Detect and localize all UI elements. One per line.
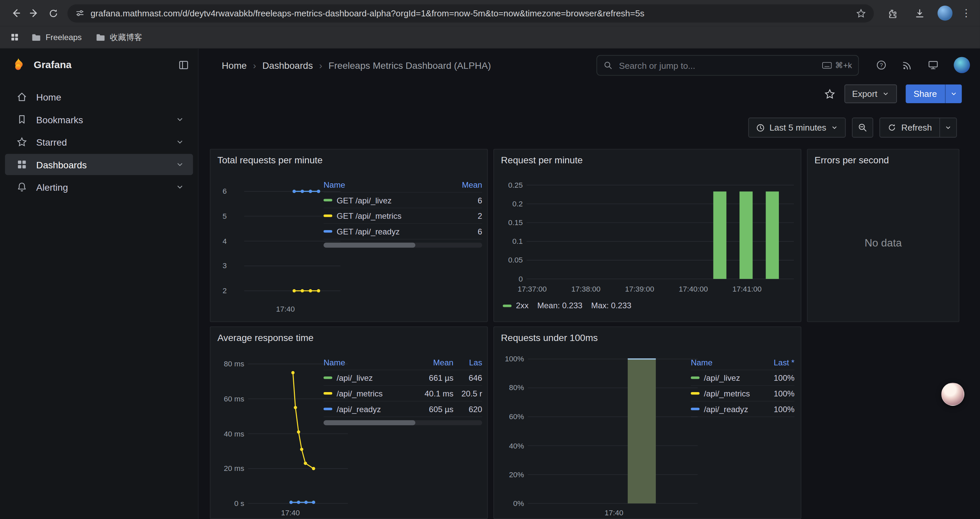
user-avatar[interactable] xyxy=(954,57,970,73)
series-color-swatch xyxy=(323,392,332,394)
panel-errors-per-second: Errors per second No data xyxy=(807,149,959,322)
search-input[interactable] xyxy=(618,60,817,71)
y-axis-label: 3 xyxy=(213,262,227,270)
chevron-down-icon[interactable] xyxy=(175,183,184,192)
share-button-group: Share xyxy=(905,85,962,103)
y-axis-label: 0.15 xyxy=(497,219,523,227)
export-button[interactable]: Export xyxy=(845,85,897,103)
legend-row[interactable]: /api/_metrics 40.1 ms 20.5 r xyxy=(323,386,482,401)
reload-button[interactable] xyxy=(44,4,62,22)
sidebar-item-home[interactable]: Home xyxy=(5,86,193,107)
news-rss-icon[interactable] xyxy=(902,60,913,70)
download-icon[interactable] xyxy=(910,4,929,22)
back-button[interactable] xyxy=(6,4,25,22)
bookmark-star-icon[interactable] xyxy=(856,8,866,18)
legend-row[interactable]: GET /api/_livez 6 xyxy=(323,193,482,208)
legend-row[interactable]: /api/_metrics 100% xyxy=(691,386,795,401)
series-color-swatch xyxy=(323,214,332,217)
y-axis-label: 80% xyxy=(497,383,524,392)
legend-header-mean[interactable]: Mean xyxy=(445,180,482,189)
browser-menu-icon[interactable]: ⋮ xyxy=(961,8,971,18)
legend-item-2xx[interactable]: 2xx xyxy=(503,301,528,310)
screen: grafana.mathmast.com/d/deytv4rwavabkb/fr… xyxy=(0,0,980,519)
panel-title[interactable]: Errors per second xyxy=(815,155,889,165)
y-axis-label: 20% xyxy=(497,470,524,479)
series-color-swatch xyxy=(323,408,332,410)
help-icon[interactable]: ? xyxy=(876,59,887,71)
bookmark-folder-freeleaps[interactable]: Freeleaps xyxy=(26,30,87,45)
legend-row[interactable]: GET /api/_readyz 6 xyxy=(323,224,482,240)
forward-button[interactable] xyxy=(25,4,44,22)
legend-scrollbar-thumb[interactable] xyxy=(323,243,415,248)
extensions-icon[interactable] xyxy=(883,4,901,22)
legend-header-name[interactable]: Name xyxy=(691,357,762,367)
legend-header-name[interactable]: Name xyxy=(323,180,445,189)
favorite-star-icon[interactable] xyxy=(824,88,836,100)
breadcrumb-dashboards[interactable]: Dashboards xyxy=(262,60,313,70)
series-color-swatch xyxy=(691,376,700,379)
panel-title[interactable]: Request per minute xyxy=(501,155,583,165)
requests-under-100ms-chart xyxy=(525,355,699,507)
y-axis-label: 0 s xyxy=(215,499,244,508)
x-axis-label: 17:39:00 xyxy=(618,284,662,293)
breadcrumb-separator: › xyxy=(319,60,322,70)
share-button[interactable]: Share xyxy=(905,85,945,103)
bookmark-folder-blogs[interactable]: 收藏博客 xyxy=(91,29,147,45)
brand-title: Grafana xyxy=(34,59,178,71)
y-axis-label: 20 ms xyxy=(215,464,244,473)
collapse-sidebar-icon[interactable] xyxy=(178,59,189,71)
legend-scrollbar-thumb[interactable] xyxy=(323,420,415,425)
legend-header-last[interactable]: Last * xyxy=(762,357,794,367)
series-color-swatch xyxy=(323,230,332,232)
refresh-button[interactable]: Refresh xyxy=(880,118,939,137)
breadcrumb-home[interactable]: Home xyxy=(222,60,247,70)
time-range-picker[interactable]: Last 5 minutes xyxy=(748,118,846,137)
chevron-down-icon[interactable] xyxy=(175,160,184,169)
dashboards-grid-icon xyxy=(16,159,28,170)
zoom-out-button[interactable] xyxy=(852,118,873,137)
keyboard-icon xyxy=(822,62,832,69)
sidebar-item-alerting[interactable]: Alerting xyxy=(5,176,193,198)
floating-assistant-avatar[interactable] xyxy=(941,383,964,406)
sidebar-item-starred[interactable]: Starred xyxy=(5,131,193,153)
legend-header-mean[interactable]: Mean xyxy=(414,357,453,367)
home-icon xyxy=(16,91,28,102)
legend-header-name[interactable]: Name xyxy=(323,357,414,367)
browser-profile-avatar[interactable] xyxy=(938,6,953,21)
legend-row[interactable]: /api/_readyz 100% xyxy=(691,401,795,417)
sidebar-item-dashboards[interactable]: Dashboards xyxy=(5,154,193,175)
panel-title[interactable]: Requests under 100ms xyxy=(501,332,598,343)
share-menu-chevron[interactable] xyxy=(945,85,962,103)
folder-icon xyxy=(95,33,105,42)
header-icons: ? xyxy=(876,49,970,81)
dashboard-actions: Export Share xyxy=(199,81,980,106)
legend-row[interactable]: /api/_livez 661 µs 646 xyxy=(323,370,482,386)
grafana-sidebar: Grafana Home Bookmarks Starred D xyxy=(0,49,199,519)
x-axis-label: 17:40 xyxy=(264,305,307,313)
sidebar-nav: Home Bookmarks Starred Dashboards Alerti… xyxy=(0,86,198,197)
legend-row[interactable]: /api/_livez 100% xyxy=(691,370,795,386)
grafana-logo[interactable] xyxy=(10,57,26,73)
chevron-down-icon[interactable] xyxy=(175,137,184,146)
chevron-down-icon[interactable] xyxy=(175,115,184,124)
kiosk-monitor-icon[interactable] xyxy=(928,59,939,71)
y-axis-label: 5 xyxy=(213,212,227,220)
legend-row[interactable]: GET /api/_metrics 2 xyxy=(323,208,482,224)
site-info-icon[interactable] xyxy=(75,8,85,18)
y-axis-label: 0% xyxy=(497,499,524,508)
legend-row[interactable]: /api/_readyz 605 µs 620 xyxy=(323,401,482,417)
browser-toolbar: grafana.mathmast.com/d/deytv4rwavabkb/fr… xyxy=(0,0,980,26)
apps-grid-icon[interactable] xyxy=(6,29,23,45)
grafana-main: Home › Dashboards › Freeleaps Metrics Da… xyxy=(199,49,980,519)
url-text[interactable]: grafana.mathmast.com/d/deytv4rwavabkb/fr… xyxy=(91,8,856,18)
bell-icon xyxy=(16,181,28,193)
panel-title[interactable]: Average response time xyxy=(218,332,313,343)
y-axis-label: 60 ms xyxy=(215,394,244,403)
y-axis-label: 100% xyxy=(497,355,524,363)
url-bar[interactable]: grafana.mathmast.com/d/deytv4rwavabkb/fr… xyxy=(67,4,873,22)
legend-header-last[interactable]: Las xyxy=(453,357,482,367)
panel-title[interactable]: Total requests per minute xyxy=(218,155,323,165)
search-box[interactable]: ⌘+k xyxy=(597,55,859,76)
sidebar-item-bookmarks[interactable]: Bookmarks xyxy=(5,109,193,130)
refresh-interval-chevron[interactable] xyxy=(939,118,956,137)
